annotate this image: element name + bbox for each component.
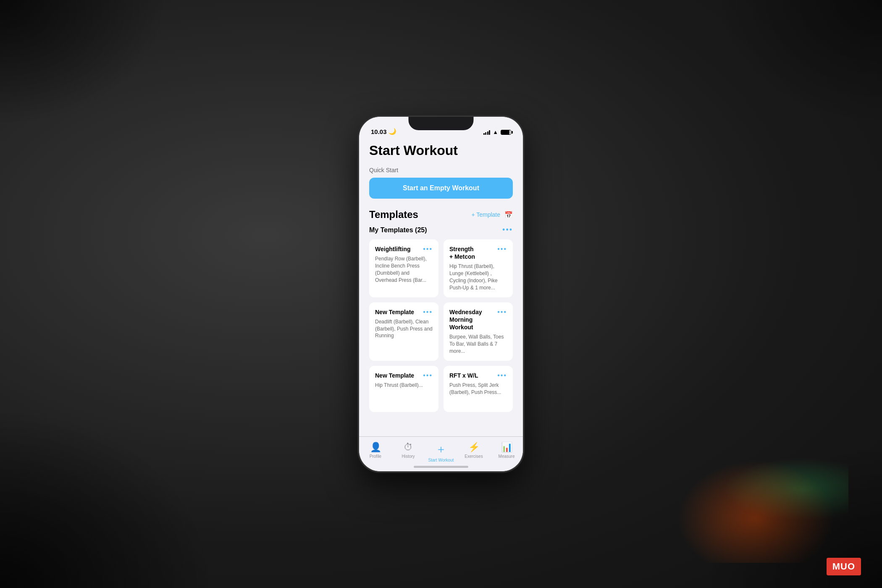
template-name-3: Wednesday Morning Workout <box>449 308 496 331</box>
nav-item-measure[interactable]: 📊 Measure <box>490 440 523 459</box>
template-card-more-3[interactable]: ••• <box>497 308 507 316</box>
nav-label-exercises: Exercises <box>465 454 483 459</box>
nav-item-profile[interactable]: 👤 Profile <box>359 440 392 459</box>
nav-label-profile: Profile <box>370 454 381 459</box>
templates-title: Templates <box>369 209 418 220</box>
time-display: 10.03 <box>371 128 387 135</box>
battery-icon <box>501 130 511 135</box>
phone-device: 10.03 🌙 ▲ <box>359 117 523 471</box>
template-name-5: RFT x W/L <box>449 372 496 379</box>
signal-icon <box>483 130 491 135</box>
template-exercises-4: Hip Thrust (Barbell)... <box>375 382 433 389</box>
add-template-button[interactable]: + Template <box>471 211 500 218</box>
start-workout-icon: ＋ <box>436 442 446 457</box>
calendar-icon[interactable]: 📅 <box>504 211 513 219</box>
nav-label-start-workout: Start Workout <box>428 458 454 462</box>
corner-overlay-tl <box>0 0 168 126</box>
measure-icon: 📊 <box>501 442 512 453</box>
nav-item-exercises[interactable]: ⚡ Exercises <box>457 440 490 459</box>
template-grid: Weightlifting ••• Pendlay Row (Barbell),… <box>369 239 513 412</box>
moon-icon: 🌙 <box>388 128 396 135</box>
template-name-1: Strength+ Metcon <box>449 245 496 260</box>
main-content[interactable]: Start Workout Quick Start Start an Empty… <box>359 138 523 436</box>
quick-start-label: Quick Start <box>369 167 513 173</box>
phone-notch <box>409 117 474 130</box>
nav-item-start-workout[interactable]: ＋ Start Workout <box>425 440 457 462</box>
exercises-icon: ⚡ <box>468 442 480 453</box>
corner-overlay-bl <box>0 378 252 588</box>
template-exercises-5: Push Press, Split Jerk (Barbell), Push P… <box>449 382 507 396</box>
history-icon: ⏱ <box>404 442 413 453</box>
nav-label-measure: Measure <box>499 454 515 459</box>
template-card-new-template-1[interactable]: New Template ••• Deadlift (Barbell), Cle… <box>369 302 438 361</box>
template-name-4: New Template <box>375 372 421 379</box>
phone-screen: 10.03 🌙 ▲ <box>359 117 523 471</box>
phone-wrapper: 10.03 🌙 ▲ <box>359 117 523 471</box>
template-exercises-1: Hip Thrust (Barbell), Lunge (Kettlebell)… <box>449 263 507 291</box>
template-card-more-1[interactable]: ••• <box>497 245 507 253</box>
template-card-more-0[interactable]: ••• <box>423 245 433 253</box>
template-card-strength-metcon[interactable]: Strength+ Metcon ••• Hip Thrust (Barbell… <box>444 239 513 297</box>
home-indicator <box>414 466 468 468</box>
status-time: 10.03 🌙 <box>371 128 396 135</box>
corner-overlay-tr <box>714 0 882 126</box>
nav-label-history: History <box>402 454 415 459</box>
template-card-more-5[interactable]: ••• <box>497 372 507 379</box>
template-exercises-2: Deadlift (Barbell), Clean (Barbell), Pus… <box>375 318 433 339</box>
template-card-more-4[interactable]: ••• <box>423 372 433 379</box>
template-card-wednesday-morning[interactable]: Wednesday Morning Workout ••• Burpee, Wa… <box>444 302 513 361</box>
profile-icon: 👤 <box>370 442 381 453</box>
wifi-icon: ▲ <box>493 129 498 135</box>
page-title: Start Workout <box>369 143 513 158</box>
template-name-2: New Template <box>375 308 421 316</box>
template-card-rft[interactable]: RFT x W/L ••• Push Press, Split Jerk (Ba… <box>444 366 513 412</box>
template-card-more-2[interactable]: ••• <box>423 308 433 316</box>
my-templates-more-button[interactable]: ••• <box>502 226 513 234</box>
template-exercises-3: Burpee, Wall Balls, Toes To Bar, Wall Ba… <box>449 333 507 354</box>
template-name-0: Weightlifting <box>375 245 421 253</box>
start-empty-workout-button[interactable]: Start an Empty Workout <box>369 178 513 199</box>
status-icons: ▲ <box>483 129 511 135</box>
muo-watermark: MUO <box>827 558 861 575</box>
template-card-new-template-2[interactable]: New Template ••• Hip Thrust (Barbell)... <box>369 366 438 412</box>
nav-item-history[interactable]: ⏱ History <box>392 440 425 459</box>
my-templates-header: My Templates (25) ••• <box>369 226 513 234</box>
template-exercises-0: Pendlay Row (Barbell), Incline Bench Pre… <box>375 255 433 284</box>
templates-actions: + Template 📅 <box>471 211 513 219</box>
template-card-weightlifting[interactable]: Weightlifting ••• Pendlay Row (Barbell),… <box>369 239 438 297</box>
my-templates-label: My Templates (25) <box>369 226 427 234</box>
templates-header: Templates + Template 📅 <box>369 209 513 220</box>
